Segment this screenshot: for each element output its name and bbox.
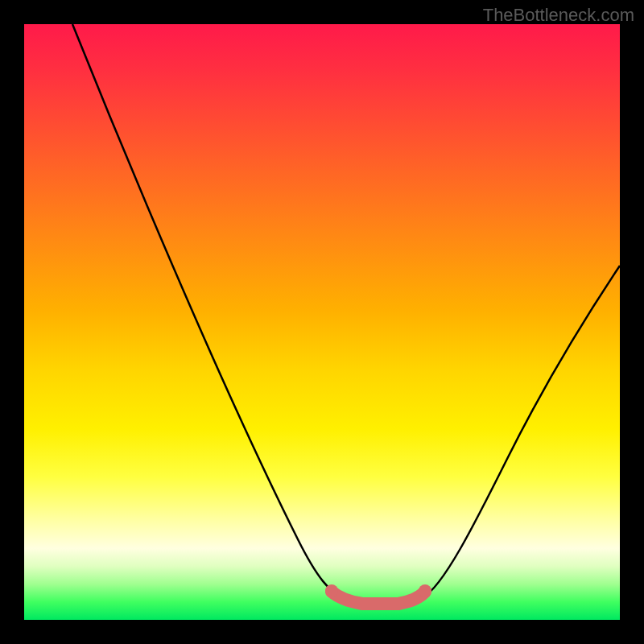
chart-svg bbox=[24, 24, 620, 620]
valley-dot-right bbox=[419, 584, 431, 597]
watermark-text: TheBottleneck.com bbox=[483, 5, 634, 26]
curve-path bbox=[72, 24, 620, 602]
valley-highlight-band bbox=[332, 592, 425, 604]
valley-dot-left bbox=[325, 584, 338, 597]
chart-frame bbox=[24, 24, 620, 620]
